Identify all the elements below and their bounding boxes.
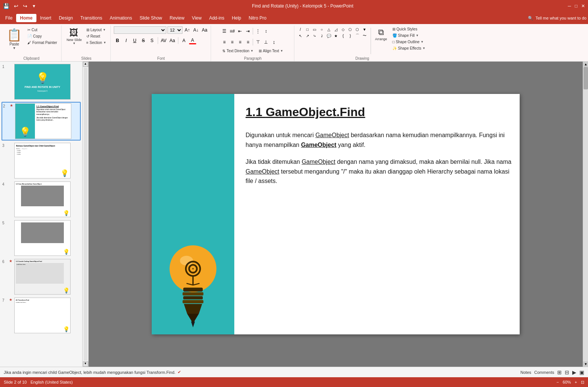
col-button[interactable]: ⋮ (254, 27, 262, 35)
scroll-up-btn[interactable]: ▲ (83, 62, 88, 67)
scroll-up-button[interactable]: ▲ (583, 62, 588, 67)
quick-styles-button[interactable]: ⊞ Quick Styles (390, 26, 427, 32)
star-shape[interactable]: ★ (333, 33, 339, 39)
scroll-down-btn[interactable]: ▼ (83, 361, 88, 367)
menu-help[interactable]: Help (228, 14, 245, 22)
diamond-shape[interactable]: ◇ (340, 26, 346, 32)
arrow2-shape[interactable]: ↗ (305, 33, 311, 39)
align-bottom-button[interactable]: ↨ (270, 38, 277, 46)
copy-button[interactable]: 📄 Copy (26, 33, 59, 39)
align-top-button[interactable]: ⊤ (254, 38, 262, 46)
menu-addins[interactable]: Add-ins (205, 14, 228, 22)
shape-effects-button[interactable]: ✨ Shape Effects ▼ (390, 45, 427, 51)
paste-button[interactable]: 📋 Paste ▼ (4, 26, 25, 51)
close-btn[interactable]: ✕ (581, 3, 585, 9)
hex-shape[interactable]: ⬡ (354, 26, 360, 32)
toolbar-extra-icon[interactable]: ▼ (32, 4, 36, 8)
slide-thumb-6[interactable]: 6 ★ 1.2 Contoh Coding GameObject.Find co… (2, 258, 81, 295)
justify-button[interactable]: ≡ (244, 38, 252, 46)
fit-slide-btn[interactable]: ⊡ (581, 380, 584, 385)
notes-button[interactable]: Notes (520, 370, 531, 375)
line-shape[interactable]: / (297, 26, 303, 32)
italic-button[interactable]: I (122, 37, 130, 44)
text-direction-button[interactable]: ⇅ Text Direction ▼ (220, 48, 255, 54)
slide-thumb-5[interactable]: 5 💡 (2, 219, 81, 257)
oval-shape[interactable]: ○ (319, 26, 325, 32)
text-case-button[interactable]: Aa (169, 37, 176, 44)
comments-button[interactable]: Comments (534, 370, 554, 375)
rt-triangle-shape[interactable]: ◿ (333, 26, 339, 32)
align-center-button[interactable]: ≡ (228, 38, 236, 46)
slide-thumb-3[interactable]: 3 Bahasa GameObject dan Child GameObject… (2, 142, 81, 179)
align-right-button[interactable]: ≡ (236, 38, 244, 46)
menu-review[interactable]: Review (166, 14, 188, 22)
underline-button[interactable]: U (131, 37, 139, 44)
decrease-indent-button[interactable]: ⇤ (236, 27, 244, 35)
bold-button[interactable]: B (114, 37, 121, 44)
rounded-rect-shape[interactable]: ▭ (312, 26, 318, 32)
menu-design[interactable]: Design (55, 14, 77, 22)
slide-thumb-2[interactable]: 2 ★ 💡 1.1 GameObject.Find Digunakan untu… (2, 102, 81, 141)
line-spacing-button[interactable]: ↕ (262, 27, 270, 35)
arrange-button[interactable]: ⧉ Arrange (373, 26, 389, 42)
strikethrough-button[interactable]: S (140, 37, 147, 44)
new-slide-button[interactable]: 🖼 New Slide ▼ (65, 26, 84, 46)
menu-slideshow[interactable]: Slide Show (136, 14, 166, 22)
callout-shape[interactable]: 💬 (326, 33, 332, 39)
font-name-select[interactable] (114, 26, 166, 34)
save-icon[interactable]: 💾 (3, 3, 9, 9)
pentagon-shape[interactable]: ⬠ (347, 26, 353, 32)
shadow-button[interactable]: S (148, 37, 156, 44)
menu-nitropro[interactable]: Nitro Pro (245, 14, 270, 22)
font-shrink-button[interactable]: A↓ (192, 26, 200, 34)
view-normal-icon[interactable]: ⊞ (557, 369, 562, 375)
layout-button[interactable]: ⊞ Layout ▼ (84, 27, 108, 33)
increase-indent-button[interactable]: ⇥ (244, 27, 252, 35)
shape-outline-button[interactable]: □ Shape Outline ▼ (390, 39, 427, 45)
reset-button[interactable]: ↺ Reset (84, 33, 108, 39)
slide-thumb-4[interactable]: 4 1.2 Cara Menambahkan GameObject 💡 (2, 181, 81, 218)
slide-thumb-7[interactable]: 7 ★ A1 Transform.Find content text here.… (2, 297, 81, 334)
triangle-shape[interactable]: △ (326, 26, 332, 32)
numbering-button[interactable]: ≡# (228, 27, 236, 35)
clear-format-button[interactable]: Aa (201, 26, 208, 34)
wave-shape[interactable]: 〜 (362, 33, 368, 39)
menu-home[interactable]: Home (16, 14, 36, 22)
section-button[interactable]: ≡ Section ▼ (84, 40, 108, 45)
brace-shape[interactable]: } (347, 33, 353, 39)
menu-view[interactable]: View (188, 14, 205, 22)
scroll-down-button[interactable]: ▼ (583, 361, 588, 367)
view-slide-sorter-icon[interactable]: ⊟ (565, 369, 569, 375)
bullets-button[interactable]: ☰ (220, 27, 228, 35)
menu-animations[interactable]: Animations (106, 14, 136, 22)
bracket-shape[interactable]: { (340, 33, 346, 39)
font-grow-button[interactable]: A↑ (184, 26, 191, 34)
align-middle-button[interactable]: ⊥ (262, 38, 270, 46)
char-spacing-button[interactable]: AV (160, 37, 167, 44)
slide-panel-scrollbar[interactable]: ▲ ▼ (83, 62, 89, 367)
font-size-select[interactable]: 12 (167, 26, 182, 34)
menu-transitions[interactable]: Transitions (77, 14, 106, 22)
slide-thumb-1[interactable]: 1 💡 FIND AND ROTATE IN UNITY Kelompok 5 (2, 63, 81, 100)
maximize-btn[interactable]: □ (575, 3, 577, 9)
align-text-button[interactable]: ⊞ Align Text ▼ (257, 48, 285, 54)
arrow-shape[interactable]: ↖ (297, 33, 303, 39)
redo-icon[interactable]: ↪ (23, 3, 27, 9)
zoom-out-btn[interactable]: − (556, 380, 559, 384)
cut-button[interactable]: ✂ Cut (26, 27, 59, 33)
zoom-in-btn[interactable]: + (575, 380, 577, 384)
arc-shape[interactable]: ⌒ (354, 33, 360, 39)
menu-insert[interactable]: Insert (36, 14, 55, 22)
search-label[interactable]: Tell me what you want to do (535, 16, 586, 20)
font-color-button[interactable]: A (189, 37, 196, 44)
font-color-highlight-button[interactable]: A (180, 37, 188, 44)
menu-file[interactable]: File (2, 14, 16, 22)
view-reading-icon[interactable]: ▶ (572, 369, 576, 375)
view-slideshow-icon[interactable]: ▣ (579, 369, 584, 375)
vertical-scrollbar[interactable]: ▲ ▼ (583, 62, 588, 367)
format-painter-button[interactable]: 🖌 Format Painter (26, 40, 59, 45)
align-left-button[interactable]: ≡ (220, 38, 228, 46)
arrow3-shape[interactable]: ⤷ (312, 33, 318, 39)
rect-shape[interactable]: □ (305, 26, 311, 32)
shape-fill-button[interactable]: 🪣 Shape Fill ▼ (390, 33, 427, 38)
